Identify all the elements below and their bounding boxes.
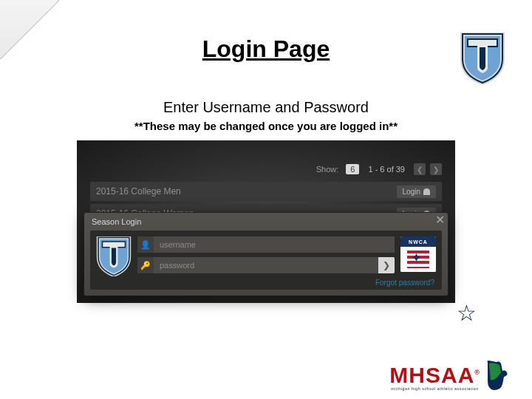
season-row-label: 2015-16 College Men bbox=[96, 186, 181, 197]
nwca-logo: NWCA bbox=[400, 236, 436, 272]
season-row[interactable]: 2015-16 College Men Login bbox=[90, 182, 442, 201]
page-subtitle: Enter Username and Password bbox=[0, 99, 532, 116]
username-field[interactable]: 👤 username bbox=[137, 236, 395, 253]
season-login-modal: Season Login ✕ NWCA 👤 use bbox=[84, 213, 448, 296]
mhsaa-text: MHSAA bbox=[389, 363, 474, 387]
forgot-password-link[interactable]: Forgot password? bbox=[375, 279, 434, 287]
row-login-button[interactable]: Login bbox=[397, 185, 436, 198]
per-page-select[interactable]: 6 bbox=[346, 164, 359, 174]
nwca-label: NWCA bbox=[400, 236, 436, 247]
prev-page-button[interactable]: ❮ bbox=[414, 163, 426, 175]
flag-icon bbox=[407, 250, 429, 268]
username-placeholder[interactable]: username bbox=[154, 236, 395, 253]
star-icon: ☆ bbox=[457, 300, 477, 326]
range-text: 1 - 6 of 39 bbox=[364, 165, 409, 174]
submit-login-button[interactable]: ❯ bbox=[378, 257, 395, 273]
user-icon: 👤 bbox=[137, 236, 154, 253]
modal-title: Season Login bbox=[92, 217, 141, 226]
michigan-icon bbox=[483, 359, 510, 392]
show-label: Show: bbox=[316, 165, 339, 174]
key-icon: 🔑 bbox=[137, 257, 154, 273]
app-screenshot: Show: 6 1 - 6 of 39 ❮ ❯ 2015-16 College … bbox=[77, 140, 455, 303]
mhsaa-logo: MHSAA® michigan high school athletic ass… bbox=[389, 359, 510, 392]
person-icon bbox=[423, 188, 430, 195]
mhsaa-subtext: michigan high school athletic associatio… bbox=[391, 386, 478, 391]
password-placeholder[interactable]: password bbox=[154, 257, 395, 273]
trackwrestling-shield-icon bbox=[460, 33, 505, 84]
page-note: **These may be changed once you are logg… bbox=[0, 120, 532, 132]
close-icon[interactable]: ✕ bbox=[435, 213, 445, 227]
next-page-button[interactable]: ❯ bbox=[430, 163, 442, 175]
trackwrestling-shield-icon bbox=[96, 236, 132, 272]
page-title: Login Page bbox=[0, 35, 532, 63]
password-field[interactable]: 🔑 password bbox=[137, 257, 395, 273]
